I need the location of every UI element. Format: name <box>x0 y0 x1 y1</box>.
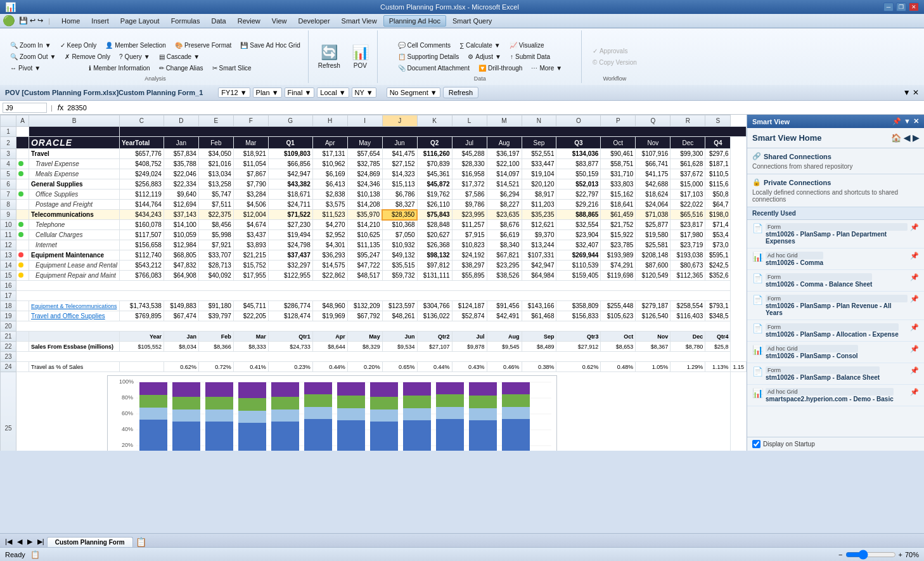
sheet-tab-prev[interactable]: ◀ <box>15 536 25 547</box>
sv-item-1[interactable]: 📊 Ad hoc Grid stm10026 - Comma 📌 <box>747 248 924 270</box>
pov-local[interactable]: Local ▼ <box>317 87 349 98</box>
save-adhoc-btn[interactable]: 💾 Save Ad Hoc Grid <box>236 40 304 51</box>
cascade-btn[interactable]: ▤ Cascade ▼ <box>155 51 203 62</box>
menu-home[interactable]: Home <box>56 16 85 26</box>
menu-page-layout[interactable]: Page Layout <box>115 16 165 26</box>
sv-back-icon[interactable]: ◀ <box>904 133 910 143</box>
menu-insert[interactable]: Insert <box>86 16 114 26</box>
sheet-tab-last[interactable]: ▶| <box>35 536 47 547</box>
menu-data[interactable]: Data <box>206 16 231 26</box>
member-info-btn[interactable]: ℹ Member Information <box>85 63 153 74</box>
formula-input[interactable] <box>67 104 921 112</box>
supporting-details-btn[interactable]: 📋 Supporting Details <box>394 51 463 62</box>
menu-review[interactable]: Review <box>233 16 266 26</box>
col-header-G: G <box>268 115 312 127</box>
sv-item-pin-0[interactable]: 📌 <box>910 223 919 231</box>
svg-rect-44 <box>403 420 431 451</box>
pov-refresh-btn[interactable]: Refresh <box>443 87 479 98</box>
keep-only-btn[interactable]: ✓ Keep Only <box>56 40 101 51</box>
pov-plan[interactable]: Plan ▼ <box>253 87 282 98</box>
sv-item-3[interactable]: 📄 Form stm10026 - PlanSamp - Plan Revenu… <box>747 292 924 320</box>
svg-rect-57 <box>502 407 530 419</box>
sv-forward-icon[interactable]: ▶ <box>913 133 919 143</box>
member-selection-btn[interactable]: 👤 Member Selection <box>101 40 170 51</box>
svg-rect-59 <box>502 382 530 394</box>
zoom-in-icon[interactable]: + <box>899 551 902 558</box>
sv-item-pin-2[interactable]: 📌 <box>910 273 919 281</box>
menu-planning-adhoc[interactable]: Planning Ad Hoc <box>383 15 446 27</box>
zoom-out-icon[interactable]: − <box>838 551 842 558</box>
remove-only-btn[interactable]: ✗ Remove Only <box>61 51 114 62</box>
refresh-btn[interactable]: 🔄 Refresh <box>314 41 345 72</box>
close-btn[interactable]: ✕ <box>909 3 919 11</box>
sv-item-5[interactable]: 📊 Ad hoc Grid stm10026 - PlanSamp - Cons… <box>747 342 924 363</box>
sv-item-pin-7[interactable]: 📌 <box>910 388 919 396</box>
sheet-tab-first[interactable]: |◀ <box>3 536 15 547</box>
pov-btn[interactable]: 📊 POV <box>347 41 373 72</box>
sheet-tab-next[interactable]: ▶ <box>25 536 35 547</box>
change-alias-btn[interactable]: ✏ Change Alias <box>155 63 207 74</box>
zoom-slider[interactable] <box>845 550 896 560</box>
sv-item-4[interactable]: 📄 Form stm10026 - PlanSamp - Allocation … <box>747 320 924 342</box>
query-btn[interactable]: ? Query ▼ <box>115 51 154 62</box>
approvals-btn[interactable]: ✓ Approvals <box>589 46 631 56</box>
sv-shared-connections[interactable]: 🔗 Shared Connections Connections from sh… <box>747 148 924 174</box>
menu-smart-view[interactable]: Smart View <box>337 16 382 26</box>
minimize-btn[interactable]: ─ <box>883 3 894 11</box>
menu-smart-query[interactable]: Smart Query <box>447 16 497 26</box>
sv-item-pin-1[interactable]: 📌 <box>910 252 919 260</box>
preserve-format-btn[interactable]: 🎨 Preserve Format <box>171 40 235 51</box>
col-header-Q: Q <box>636 115 671 127</box>
more-btn[interactable]: ⋯ More ▼ <box>527 63 566 74</box>
sheet-tab-custom-planning[interactable]: Custom Planning Form <box>47 537 133 547</box>
adjust-btn[interactable]: ⚙ Adjust ▼ <box>464 51 505 62</box>
copy-version-btn[interactable]: © Copy Version <box>589 57 641 68</box>
doc-attachment-btn[interactable]: 📎 Document Attachment <box>394 63 473 74</box>
sv-item-pin-5[interactable]: 📌 <box>910 345 919 353</box>
col-header-B: B <box>29 115 119 127</box>
menu-developer[interactable]: Developer <box>293 16 335 26</box>
sv-item-pin-4[interactable]: 📌 <box>910 323 919 332</box>
visualize-btn[interactable]: 📈 Visualize <box>506 40 548 51</box>
table-row: 4 Travel Expense $408,752 $35,788 $21,01… <box>1 159 747 169</box>
restore-btn[interactable]: ❐ <box>896 3 906 11</box>
cell-comments-btn[interactable]: 💬 Cell Comments <box>394 40 454 51</box>
smart-slice-btn[interactable]: ✂ Smart Slice <box>209 63 255 74</box>
menu-formulas[interactable]: Formulas <box>166 16 205 26</box>
pivot-btn[interactable]: ↔ Pivot ▼ <box>6 63 44 74</box>
menu-view[interactable]: View <box>267 16 292 26</box>
sheet-insert-icon[interactable]: 📋 <box>133 537 149 547</box>
drill-through-btn[interactable]: 🔽 Drill-through <box>475 63 526 74</box>
svg-rect-23 <box>205 382 233 397</box>
zoom-out-btn[interactable]: 🔍 Zoom Out ▼ <box>6 51 60 62</box>
sv-panel-title: Smart View <box>752 118 790 126</box>
submit-data-btn[interactable]: ↑ Submit Data <box>506 51 554 62</box>
pov-final[interactable]: Final ▼ <box>285 87 315 98</box>
pov-no-segment[interactable]: No Segment ▼ <box>387 87 440 98</box>
sv-item-grid3-icon: 📊 <box>752 388 763 398</box>
sv-pin-icon[interactable]: 📌 <box>892 117 901 126</box>
sv-item-0[interactable]: 📄 Form stm10026 - PlanSamp - Plan Depart… <box>747 220 924 248</box>
pov-ny[interactable]: NY ▼ <box>352 87 376 98</box>
pov-fy12[interactable]: FY12 ▼ <box>218 87 250 98</box>
sv-private-connections[interactable]: 🔒 Private Connections Locally defined co… <box>747 174 924 207</box>
sv-display-startup[interactable]: Display on Startup <box>747 437 924 451</box>
grid-wrapper[interactable]: A B C D E F G H I J K L M <box>0 115 747 451</box>
sv-item-2[interactable]: 📄 Form stm10026 - Comma - Balance Sheet … <box>747 270 924 292</box>
table-row: 10 Telephone $160,078 $14,100 $8,456 $4,… <box>1 220 747 230</box>
calculate-btn[interactable]: ∑ Calculate ▼ <box>456 40 504 51</box>
svg-rect-47 <box>403 382 431 396</box>
sv-item-6[interactable]: 📄 Form stm10026 - PlanSamp - Balance She… <box>747 363 924 385</box>
sv-item-pin-3[interactable]: 📌 <box>910 295 919 303</box>
zoom-in-btn[interactable]: 🔍 Zoom In ▼ <box>6 40 55 51</box>
formula-fx[interactable]: fx <box>58 103 63 112</box>
sv-menu-icon[interactable]: ▼ <box>904 117 911 126</box>
svg-rect-43 <box>370 382 398 397</box>
sv-item-7[interactable]: 📊 Ad hoc Grid smartspace2.hyperion.com -… <box>747 385 924 406</box>
sv-close-icon[interactable]: ✕ <box>913 117 919 126</box>
sv-startup-checkbox[interactable] <box>752 440 760 448</box>
cell-reference[interactable] <box>3 103 47 113</box>
sv-home-icon[interactable]: 🏠 <box>891 133 901 143</box>
sv-item-pin-6[interactable]: 📌 <box>910 366 919 375</box>
pov-collapse-btn[interactable]: ▼ ✕ <box>903 88 919 97</box>
